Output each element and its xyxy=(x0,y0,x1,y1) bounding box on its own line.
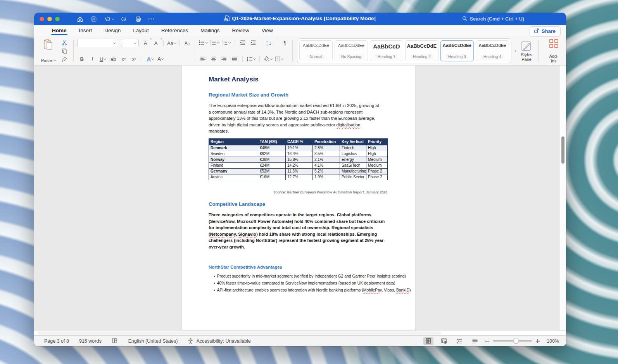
subscript-button[interactable]: x2 xyxy=(120,55,128,63)
show-paragraph-marks-button[interactable]: ¶ xyxy=(281,39,289,47)
line-spacing-button[interactable] xyxy=(247,55,255,63)
justify-button[interactable] xyxy=(231,55,238,63)
borders-button[interactable] xyxy=(275,55,283,63)
table-cell: 4.1% xyxy=(313,162,340,168)
style-heading-4[interactable]: AaBbCcDdEe Heading 4 xyxy=(476,40,509,61)
table-header-cell: CAGR % xyxy=(286,138,313,145)
word-count[interactable]: 916 words xyxy=(79,338,102,344)
align-right-button[interactable] xyxy=(220,55,228,63)
copy-icon[interactable] xyxy=(60,47,68,55)
shading-button[interactable] xyxy=(264,55,272,63)
more-commands-icon[interactable]: ··· xyxy=(148,17,155,21)
add-ins-button[interactable]: Add-ins xyxy=(544,38,563,64)
align-center-button[interactable] xyxy=(210,55,218,63)
superscript-button[interactable]: x2 xyxy=(130,55,138,63)
draft-view-button[interactable] xyxy=(470,337,480,345)
zoom-out-button[interactable] xyxy=(485,341,489,342)
paste-dropdown-chevron-icon[interactable] xyxy=(54,59,56,61)
cut-icon[interactable] xyxy=(60,39,68,47)
zoom-window-button[interactable] xyxy=(55,17,60,21)
svg-text:Z: Z xyxy=(266,43,268,46)
save-icon[interactable] xyxy=(90,15,98,23)
table-cell: €16M xyxy=(258,174,286,180)
undo-icon[interactable] xyxy=(104,15,114,23)
page-indicator[interactable]: Page 3 of 8 xyxy=(44,338,69,344)
font-size-combobox[interactable] xyxy=(121,39,139,47)
share-label: Share xyxy=(542,28,556,34)
proofing-status-icon[interactable] xyxy=(112,338,118,344)
print-layout-view-button[interactable] xyxy=(423,337,433,345)
styles-gallery-more-chevron-icon[interactable]: › xyxy=(514,48,516,53)
vertical-scrollbar[interactable] xyxy=(559,66,566,330)
strikethrough-button[interactable]: ab xyxy=(109,55,117,63)
sort-button[interactable]: AZ xyxy=(265,39,273,47)
underline-button[interactable]: U xyxy=(99,55,107,63)
vertical-scrollbar-thumb[interactable] xyxy=(561,136,564,164)
table-row: Finland€24M14.2%4.1%SaaS/TechMedium xyxy=(209,162,388,168)
doc-bullet-list: •Product superiority in mid-market segme… xyxy=(209,273,387,294)
zoom-percentage[interactable]: 100% xyxy=(545,338,559,344)
change-case-button[interactable]: Aa xyxy=(167,39,176,47)
undo-dropdown-chevron-icon[interactable] xyxy=(112,17,114,20)
style-no-spacing[interactable]: AaBbCcDdEe No Spacing xyxy=(335,40,368,61)
svg-text:A: A xyxy=(266,40,268,43)
text-effects-button[interactable]: A xyxy=(146,55,154,63)
clear-formatting-button[interactable]: A xyxy=(183,39,191,47)
document-page[interactable]: Market Analysis Regional Market Size and… xyxy=(182,66,415,330)
tab-view[interactable]: View xyxy=(255,26,279,36)
table-cell: Fintech xyxy=(340,145,366,151)
styles-pane-button[interactable]: Styles Pane xyxy=(518,40,535,62)
horizontal-scrollbar-thumb[interactable] xyxy=(38,331,441,335)
font-name-combobox[interactable] xyxy=(77,39,118,47)
bullets-button[interactable] xyxy=(199,39,207,47)
web-layout-view-button[interactable] xyxy=(439,337,449,345)
redo-icon[interactable] xyxy=(120,15,128,23)
decrease-indent-button[interactable] xyxy=(239,39,247,47)
style-heading-1[interactable]: AaBbCcD Heading 1 xyxy=(370,40,403,61)
align-left-button[interactable] xyxy=(199,55,207,63)
window-controls xyxy=(40,17,60,21)
tab-references[interactable]: References xyxy=(155,26,194,36)
style-normal[interactable]: AaBbCcDdEe Normal xyxy=(299,40,333,61)
style-heading-3-selected[interactable]: AaBbCcDdEe Heading 3 xyxy=(440,40,474,61)
language-indicator[interactable]: English (United States) xyxy=(128,338,178,344)
close-window-button[interactable] xyxy=(40,17,44,21)
ribbon-tab-row: Home Insert Design Layout References Mai… xyxy=(34,25,566,36)
document-canvas[interactable]: Market Analysis Regional Market Size and… xyxy=(34,66,566,330)
grow-font-button[interactable]: A˄ xyxy=(142,39,149,47)
style-heading-2[interactable]: AaBbCcDdE Heading 2 xyxy=(405,40,438,61)
outline-view-button[interactable] xyxy=(454,337,464,345)
format-painter-icon[interactable] xyxy=(60,55,68,63)
table-cell: 2.1% xyxy=(313,157,340,162)
italic-button[interactable]: I xyxy=(88,55,96,63)
styles-pane-brush-icon xyxy=(521,41,532,52)
zoom-slider[interactable] xyxy=(493,340,532,342)
multilevel-list-button[interactable]: 1ii xyxy=(222,39,231,47)
increase-indent-button[interactable] xyxy=(249,39,257,47)
horizontal-scrollbar[interactable] xyxy=(34,330,566,335)
print-icon[interactable] xyxy=(134,15,142,23)
accessibility-status[interactable]: Accessibility: Unavailable xyxy=(188,338,250,344)
shrink-font-button[interactable]: A˅ xyxy=(152,39,160,47)
search-bar[interactable]: Search (Cmd + Ctrl + U) xyxy=(462,16,524,22)
zoom-slider-thumb[interactable] xyxy=(513,338,519,343)
doc-heading-market-analysis: Market Analysis xyxy=(209,76,387,83)
minimize-window-button[interactable] xyxy=(47,17,52,21)
tab-mailings[interactable]: Mailings xyxy=(194,26,226,36)
table-cell: Public Sector xyxy=(340,174,366,180)
font-color-button[interactable]: A xyxy=(157,55,164,63)
table-cell: 5.2% xyxy=(313,168,340,174)
zoom-in-button[interactable] xyxy=(536,339,540,343)
tab-home[interactable]: Home xyxy=(46,26,73,36)
tab-insert[interactable]: Insert xyxy=(73,26,98,36)
home-quick-icon[interactable] xyxy=(76,15,84,23)
tab-design[interactable]: Design xyxy=(98,26,127,36)
tab-review[interactable]: Review xyxy=(226,26,255,36)
bold-button[interactable]: B xyxy=(78,55,86,63)
share-button[interactable]: Share xyxy=(530,26,561,36)
numbering-button[interactable]: 123 xyxy=(210,39,219,47)
accessibility-person-icon xyxy=(188,338,193,344)
paste-button[interactable]: Paste xyxy=(40,38,57,64)
bullet-item: •40% faster time-to-value compared to Se… xyxy=(209,280,387,287)
tab-layout[interactable]: Layout xyxy=(127,26,155,36)
